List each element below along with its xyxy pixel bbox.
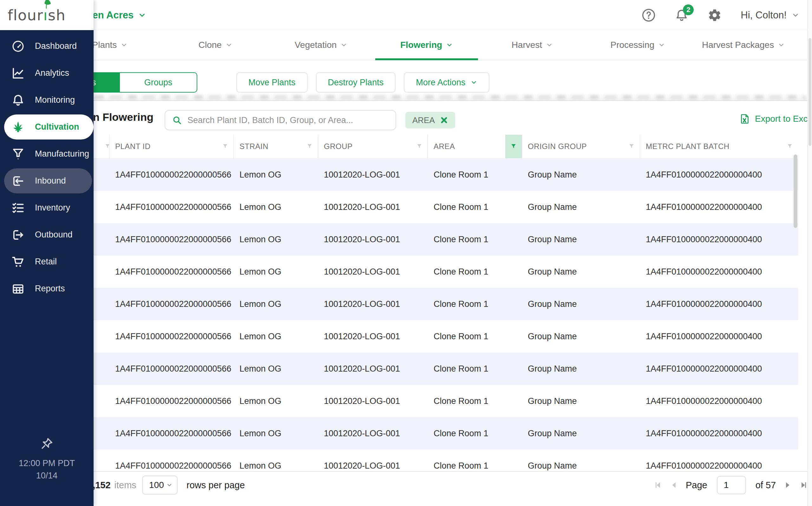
button-more-actions[interactable]: More Actions [404, 72, 489, 93]
sidebar-item-monitoring[interactable]: Monitoring [0, 87, 94, 113]
sidebar-item-inventory[interactable]: Inventory [0, 194, 94, 221]
filter-icon[interactable] [217, 135, 233, 158]
cell-area: Clone Room 1 [428, 320, 522, 352]
sidebar-nav: DashboardAnalyticsMonitoringCultivationM… [0, 33, 94, 302]
table-row[interactable]: 1A4FF0100000022000000566Lemon OG10012020… [94, 320, 798, 352]
table-row[interactable]: 1A4FF0100000022000000566Lemon OG10012020… [94, 159, 798, 191]
column-header-area[interactable]: AREA [428, 135, 522, 158]
sidebar-item-label: Inventory [35, 203, 70, 213]
cell-lead [94, 417, 109, 449]
cart-icon [11, 255, 25, 268]
clock-date: 10/14 [0, 471, 94, 481]
filter-icon[interactable] [411, 135, 427, 158]
sidebar-item-cultivation[interactable]: Cultivation [0, 113, 94, 141]
table-row[interactable]: 1A4FF0100000022000000566Lemon OG10012020… [94, 449, 798, 471]
sidebar-item-retail[interactable]: Retail [0, 248, 94, 275]
tab-harvest[interactable]: Harvest [479, 30, 585, 60]
tab-processing[interactable]: Processing [585, 30, 691, 60]
column-header-leading[interactable] [94, 135, 109, 158]
area-filter-chip[interactable]: AREA [405, 112, 455, 129]
column-label: METRC PLANT BATCH [646, 142, 730, 151]
pagination-bar: 5,152 items 100 rows per page Page of 57 [0, 471, 812, 506]
tab-clone[interactable]: Clone [163, 30, 268, 60]
page-scrollbar-thumb[interactable] [809, 38, 811, 146]
button-destroy-plants[interactable]: Destroy Plants [316, 72, 396, 93]
settings-gear-icon[interactable] [708, 8, 722, 22]
first-page-icon[interactable] [654, 481, 662, 489]
cell-area: Clone Room 1 [428, 256, 522, 288]
cell-metrc-plant-batch: 1A4FF0100000022000000400 [640, 385, 798, 417]
filter-icon[interactable] [623, 135, 640, 158]
sidebar-item-outbound[interactable]: Outbound [0, 221, 94, 248]
leaf-icon [40, 0, 52, 10]
tab-harvest-packages[interactable]: Harvest Packages [691, 30, 796, 60]
greeting-text: Hi, Colton! [741, 9, 787, 21]
chip-label: AREA [412, 115, 435, 125]
export-to-excel-button[interactable]: Export to Excel [739, 113, 812, 124]
column-header-plant-id[interactable]: PLANT ID [109, 135, 234, 158]
chevron-down-icon [446, 41, 453, 49]
column-header-strain[interactable]: STRAIN [234, 135, 318, 158]
table-row[interactable]: 1A4FF0100000022000000566Lemon OG10012020… [94, 223, 798, 256]
column-header-metrc-plant-batch[interactable]: METRC PLANT BATCH [640, 135, 798, 158]
remove-filter-icon[interactable] [440, 116, 448, 124]
clock-time: 12:00 PM PDT [0, 458, 94, 468]
filter-icon[interactable] [99, 135, 109, 158]
pin-icon[interactable] [40, 437, 54, 450]
table-row[interactable]: 1A4FF0100000022000000566Lemon OG10012020… [94, 256, 798, 288]
help-icon[interactable] [642, 8, 656, 22]
stage-tab-bar: PlantsCloneVegetationFloweringHarvestPro… [0, 30, 812, 60]
search-icon [172, 115, 182, 125]
column-header-origin-group[interactable]: ORIGIN GROUP [522, 135, 640, 158]
cell-area: Clone Room 1 [428, 223, 522, 256]
sidebar-item-label: Cultivation [35, 122, 79, 132]
sidebar-item-analytics[interactable]: Analytics [0, 60, 94, 87]
table-scrollbar-thumb[interactable] [794, 154, 797, 228]
last-page-icon[interactable] [799, 481, 808, 489]
button-label: More Actions [416, 78, 465, 87]
chart-icon [11, 67, 25, 80]
chevron-down-icon [470, 79, 477, 86]
user-menu[interactable]: Hi, Colton! [741, 9, 799, 21]
column-header-group[interactable]: GROUP [318, 135, 428, 158]
cell-lead [94, 223, 109, 256]
filter-icon[interactable] [505, 135, 522, 158]
rows-per-page-select[interactable]: 100 [142, 476, 178, 495]
cell-group: 10012020-LOG-001 [318, 191, 428, 223]
table-row[interactable]: 1A4FF0100000022000000566Lemon OG10012020… [94, 352, 798, 385]
cell-group: 10012020-LOG-001 [318, 385, 428, 417]
sidebar-item-label: Inbound [35, 176, 66, 186]
table-row[interactable]: 1A4FF0100000022000000566Lemon OG10012020… [94, 288, 798, 320]
sidebar-item-dashboard[interactable]: Dashboard [0, 33, 94, 60]
bell-icon [11, 93, 25, 107]
table-row[interactable]: 1A4FF0100000022000000566Lemon OG10012020… [94, 191, 798, 223]
notifications-bell-icon[interactable]: 2 [675, 8, 688, 22]
cell-area: Clone Room 1 [428, 288, 522, 320]
tab-label: Plants [92, 40, 117, 50]
sidebar-item-inbound[interactable]: Inbound [0, 167, 94, 194]
cell-area: Clone Room 1 [428, 191, 522, 223]
tab-flowering[interactable]: Flowering [374, 30, 480, 60]
sidebar-item-reports[interactable]: Reports [0, 275, 94, 302]
view-toggle-groups[interactable]: Groups [120, 73, 197, 92]
table-row[interactable]: 1A4FF0100000022000000566Lemon OG10012020… [94, 385, 798, 417]
cell-plant-id: 1A4FF0100000022000000566 [109, 223, 234, 256]
search-box [165, 110, 396, 130]
sidebar-clock: 12:00 PM PDT 10/14 [0, 437, 94, 481]
cell-strain: Lemon OG [234, 320, 318, 352]
table-row[interactable]: 1A4FF0100000022000000566Lemon OG10012020… [94, 417, 798, 449]
cell-plant-id: 1A4FF0100000022000000566 [109, 256, 234, 288]
sidebar-item-manufacturing[interactable]: Manufacturing [0, 141, 94, 167]
notification-count-badge: 2 [683, 4, 694, 15]
previous-page-icon[interactable] [670, 481, 678, 489]
next-page-icon[interactable] [784, 481, 792, 489]
page-number-input[interactable] [717, 476, 746, 494]
page-scrollbar[interactable] [807, 0, 812, 506]
plants-table: PLANT IDSTRAINGROUPAREAORIGIN GROUPMETRC… [94, 135, 798, 471]
button-move-plants[interactable]: Move Plants [236, 72, 308, 93]
search-input[interactable] [187, 115, 389, 125]
logo-area[interactable]: flourısh [0, 0, 94, 30]
filter-icon[interactable] [301, 135, 318, 158]
tab-label: Processing [610, 40, 654, 50]
tab-vegetation[interactable]: Vegetation [268, 30, 374, 60]
